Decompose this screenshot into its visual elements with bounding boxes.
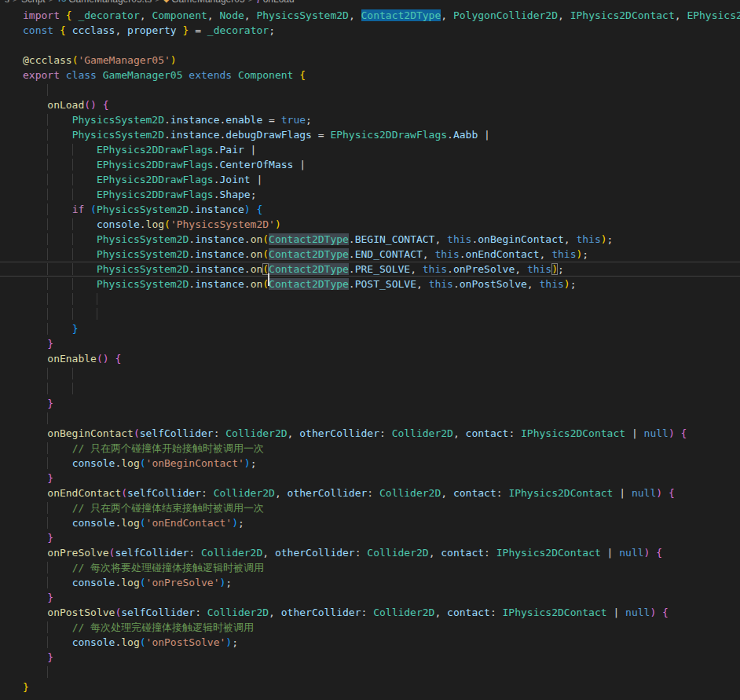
- code-line[interactable]: [0, 665, 740, 680]
- code-token: Collider2D: [392, 427, 453, 439]
- code-line[interactable]: // 只在两个碰撞体结束接触时被调用一次: [0, 500, 740, 515]
- code-token: |: [244, 144, 257, 156]
- code-token: this: [576, 233, 600, 245]
- breadcrumb-item[interactable]: Script: [21, 0, 46, 5]
- code-token: console: [72, 577, 115, 588]
- code-line[interactable]: if (PhysicsSystem2D.instance) {: [0, 202, 740, 217]
- code-line[interactable]: @ccclass('GameManager05'): [0, 53, 740, 68]
- code-line[interactable]: console.log('PhysicsSystem2D'): [0, 217, 740, 232]
- code-line[interactable]: PhysicsSystem2D.instance.enable = true;: [0, 112, 740, 127]
- code-line-current[interactable]: PhysicsSystem2D.instance.on(Contact2DTyp…: [0, 262, 740, 277]
- code-token: (: [134, 427, 140, 439]
- code-line[interactable]: console.log('onPostSolve');: [0, 635, 740, 650]
- breadcrumb-item[interactable]: TSGameManager05.ts: [57, 0, 152, 5]
- code-line[interactable]: export class GameManager05 extends Compo…: [0, 68, 740, 82]
- code-line[interactable]: PhysicsSystem2D.instance.debugDrawFlags …: [0, 127, 740, 142]
- code-token: 'onPreSolve': [146, 577, 220, 588]
- code-line[interactable]: onLoad() {: [0, 97, 740, 112]
- code-line[interactable]: }: [0, 321, 740, 336]
- code-line[interactable]: EPhysics2DDrawFlags.Pair |: [0, 142, 740, 157]
- code-token: ,: [423, 248, 435, 260]
- code-token: :: [201, 487, 214, 499]
- indent-guide: [72, 278, 97, 290]
- code-line[interactable]: [0, 306, 740, 321]
- indent: [23, 517, 47, 529]
- code-line[interactable]: // 每次处理完碰撞体接触逻辑时被调用: [0, 620, 740, 635]
- code-token: onPostSolve: [47, 607, 115, 618]
- code-line[interactable]: onBeginContact(selfCollider: Collider2D,…: [0, 426, 740, 441]
- code-token: ,: [416, 278, 429, 290]
- code-line[interactable]: PhysicsSystem2D.instance.on(Contact2DTyp…: [0, 247, 740, 262]
- indent-guide: [47, 562, 71, 574]
- code-line[interactable]: onPostSolve(selfCollider: Collider2D, ot…: [0, 605, 740, 620]
- code-line[interactable]: }: [0, 471, 740, 486]
- code-token: Collider2D: [367, 547, 428, 559]
- indent: [23, 278, 47, 290]
- code-line[interactable]: [0, 411, 740, 426]
- code-line[interactable]: PhysicsSystem2D.instance.on(Contact2DTyp…: [0, 232, 740, 247]
- indent-guide: [47, 383, 71, 394]
- code-line[interactable]: }: [0, 336, 740, 351]
- code-token: null: [644, 427, 669, 439]
- code-token: ): [551, 263, 558, 275]
- code-line[interactable]: EPhysics2DDrawFlags.Shape;: [0, 187, 740, 202]
- code-token: @ccclass: [23, 54, 72, 66]
- code-line[interactable]: }: [0, 530, 740, 545]
- code-line[interactable]: [0, 82, 740, 97]
- code-token: ,: [441, 9, 453, 21]
- code-token: .: [189, 278, 195, 290]
- code-line[interactable]: [0, 291, 740, 306]
- code-token: ;: [238, 517, 244, 529]
- code-token: selfCollider: [121, 607, 195, 618]
- code-token: ,: [269, 607, 281, 618]
- code-line[interactable]: [0, 366, 740, 381]
- indent: [23, 502, 47, 514]
- code-token: onEnable: [47, 353, 97, 365]
- code-token: onPostSolve: [460, 278, 527, 290]
- indent-guide: [47, 218, 71, 230]
- code-line[interactable]: }: [0, 590, 740, 605]
- code-token: on: [251, 233, 263, 245]
- code-token: on: [251, 278, 263, 290]
- breadcrumb-separator: >: [13, 0, 18, 5]
- code-token: onBeginContact: [478, 233, 564, 245]
- code-token: import: [23, 9, 60, 21]
- code-line[interactable]: onEndContact(selfCollider: Collider2D, o…: [0, 486, 740, 500]
- code-token: Collider2D: [201, 547, 262, 559]
- breadcrumb-item[interactable]: ƒonLoad: [257, 0, 295, 5]
- breadcrumb-item[interactable]: ◆GameManager05: [163, 0, 244, 5]
- code-token: [662, 487, 669, 499]
- code-line[interactable]: console.log('onBeginContact');: [0, 456, 740, 471]
- code-line[interactable]: import { _decorator, Component, Node, Ph…: [0, 8, 740, 23]
- indent-guide: [47, 577, 71, 588]
- code-token: // 每次处理完碰撞体接触逻辑时被调用: [72, 621, 254, 633]
- code-token: |: [251, 174, 263, 185]
- code-line[interactable]: const { ccclass, property } = _decorator…: [0, 23, 740, 38]
- code-token: :: [484, 547, 496, 559]
- code-line[interactable]: onPreSolve(selfCollider: Collider2D, oth…: [0, 545, 740, 560]
- code-line[interactable]: // 只在两个碰撞体开始接触时被调用一次: [0, 441, 740, 456]
- code-line[interactable]: EPhysics2DDrawFlags.Joint |: [0, 172, 740, 187]
- code-line[interactable]: }: [0, 680, 740, 695]
- code-token: .: [460, 248, 466, 260]
- code-line[interactable]: }: [0, 650, 740, 665]
- code-line[interactable]: EPhysics2DDrawFlags.CenterOfMass |: [0, 157, 740, 172]
- code-token: ): [656, 487, 662, 499]
- code-token: ): [170, 54, 177, 66]
- code-line[interactable]: // 每次将要处理碰撞体接触逻辑时被调用: [0, 560, 740, 575]
- code-line[interactable]: PhysicsSystem2D.instance.on(Contact2DTyp…: [0, 277, 740, 291]
- code-line[interactable]: onEnable() {: [0, 351, 740, 366]
- code-token: otherCollider: [288, 487, 368, 499]
- code-line[interactable]: console.log('onPreSolve');: [0, 575, 740, 590]
- code-line[interactable]: }: [0, 396, 740, 411]
- breadcrumb-item[interactable]: s: [5, 0, 9, 5]
- indent-guide: [72, 368, 97, 379]
- code-line[interactable]: console.log('onEndContact');: [0, 515, 740, 530]
- code-token: ;: [570, 278, 577, 290]
- code-editor[interactable]: import { _decorator, Component, Node, Ph…: [0, 6, 740, 695]
- indent: [23, 547, 47, 559]
- code-line[interactable]: [0, 381, 740, 396]
- indent: [23, 577, 47, 588]
- code-line[interactable]: [0, 38, 740, 53]
- indent: [23, 233, 47, 245]
